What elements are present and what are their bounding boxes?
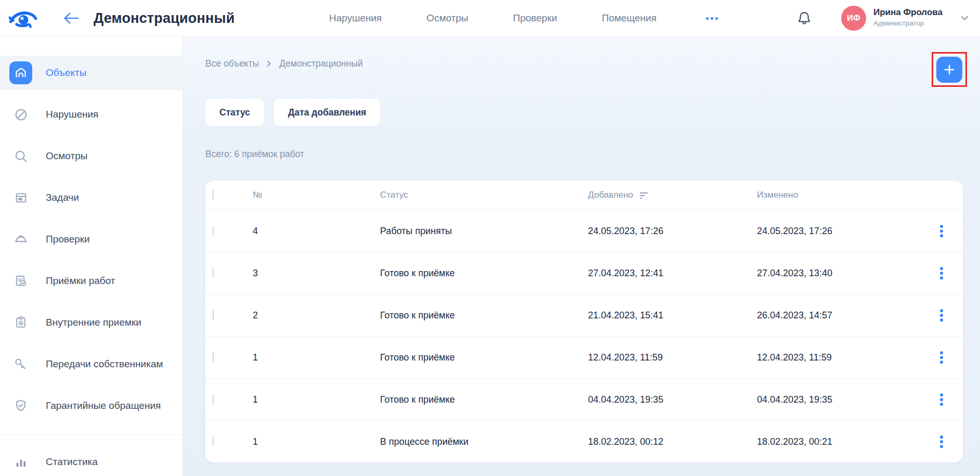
row-added: 12.04.2023, 11:59 [588, 352, 663, 363]
row-added: 04.04.2023, 19:35 [588, 394, 663, 405]
acceptances-table: № Статус Добавлено Изменено 4 Работы при… [205, 181, 963, 462]
kebab-menu-icon[interactable] [938, 433, 945, 450]
row-checkbox[interactable] [213, 226, 214, 236]
user-avatar[interactable]: ИФ [841, 6, 866, 31]
sidebar-item-warranty-claims[interactable]: Гарантийные обращения [0, 389, 183, 423]
row-checkbox[interactable] [213, 310, 214, 320]
key-icon [9, 353, 32, 376]
sort-descending-icon[interactable] [640, 191, 648, 199]
row-status: Готово к приёмке [380, 352, 455, 363]
shield-check-icon [9, 394, 32, 417]
sidebar-item-label: Осмотры [46, 150, 87, 162]
filter-status-button[interactable]: Статус [205, 99, 264, 126]
sidebar-item-label: Нарушения [46, 109, 98, 120]
page-title: Демонстрационный [94, 0, 235, 36]
column-header-added: Добавлено [588, 190, 633, 200]
magnifier-icon [9, 145, 32, 168]
nav-item-violations[interactable]: Нарушения [329, 12, 382, 24]
back-arrow-icon[interactable] [62, 11, 80, 25]
row-added: 21.04.2023, 15:41 [588, 310, 663, 321]
sidebar: Объекты Нарушения Осмотры Задачи П [0, 36, 183, 476]
breadcrumb: Все объекты Демонстрационный [205, 58, 363, 69]
row-checkbox[interactable] [213, 394, 214, 404]
kebab-menu-icon[interactable] [938, 307, 945, 324]
prohibition-icon [9, 103, 32, 126]
total-count-label: Всего: 6 приёмок работ [205, 149, 304, 160]
sidebar-item-objects[interactable]: Объекты [0, 56, 183, 90]
home-icon [9, 61, 32, 84]
breadcrumb-current: Демонстрационный [279, 58, 362, 69]
top-nav: Нарушения Осмотры Проверки Помещения [329, 0, 657, 36]
row-number: 4 [253, 226, 258, 237]
clipboard-check-icon [9, 269, 32, 292]
main-content: Все объекты Демонстрационный Статус Дата… [183, 36, 980, 476]
row-added: 27.04.2023, 12:41 [588, 268, 663, 279]
row-changed: 24.05.2023, 17:26 [757, 226, 832, 237]
row-changed: 18.02.2023, 00:21 [757, 436, 832, 447]
sidebar-item-label: Внутренние приемки [46, 317, 141, 328]
table-body: 4 Работы приняты 24.05.2023, 17:26 24.05… [205, 210, 963, 462]
table-row[interactable]: 1 Готово к приёмке 04.04.2023, 19:35 04.… [205, 378, 963, 420]
row-status: Готово к приёмке [380, 268, 455, 279]
row-changed: 26.04.2023, 14:57 [757, 310, 832, 321]
sidebar-item-statistics[interactable]: Статистика [0, 445, 183, 476]
eye-logo-icon[interactable] [8, 9, 37, 29]
bar-chart-icon [9, 451, 32, 473]
more-menu-icon[interactable] [706, 17, 718, 20]
nav-item-premises[interactable]: Помещения [602, 12, 657, 24]
row-changed: 27.04.2023, 13:40 [757, 268, 832, 279]
table-row[interactable]: 4 Работы приняты 24.05.2023, 17:26 24.05… [205, 210, 963, 252]
row-status: Готово к приёмке [380, 394, 455, 405]
nav-item-checks[interactable]: Проверки [513, 12, 557, 24]
nav-item-inspections[interactable]: Осмотры [426, 12, 468, 24]
select-all-checkbox[interactable] [213, 190, 214, 200]
clipboard-list-icon [9, 311, 32, 334]
row-status: Работы приняты [380, 226, 452, 237]
task-card-icon [9, 186, 32, 209]
row-number: 1 [253, 436, 258, 447]
column-header-number: № [253, 190, 262, 200]
kebab-menu-icon[interactable] [938, 391, 945, 408]
table-header-row: № Статус Добавлено Изменено [205, 181, 963, 210]
row-checkbox[interactable] [213, 352, 214, 362]
row-added: 24.05.2023, 17:26 [588, 226, 663, 237]
table-row[interactable]: 2 Готово к приёмке 21.04.2023, 15:41 26.… [205, 294, 963, 336]
kebab-menu-icon[interactable] [938, 223, 945, 239]
row-changed: 04.04.2023, 19:35 [757, 394, 832, 405]
row-number: 2 [253, 310, 258, 321]
plus-icon [943, 63, 956, 76]
column-header-status: Статус [380, 190, 408, 200]
sidebar-item-inspections[interactable]: Осмотры [0, 139, 183, 173]
row-number: 1 [253, 352, 258, 363]
bell-icon[interactable] [796, 10, 812, 26]
sidebar-item-checks[interactable]: Проверки [0, 222, 183, 256]
sidebar-item-internal-acceptances[interactable]: Внутренние приемки [0, 305, 183, 340]
sidebar-item-violations[interactable]: Нарушения [0, 97, 183, 132]
user-menu[interactable]: Ирина Фролова Администратор [873, 7, 943, 27]
sidebar-item-label: Приёмки работ [46, 275, 115, 287]
table-row[interactable]: 1 В процессе приёмки 18.02.2023, 00:12 1… [205, 420, 963, 462]
chevron-down-icon[interactable] [961, 16, 969, 21]
row-checkbox[interactable] [213, 436, 214, 446]
annotation-highlight [932, 52, 967, 87]
row-number: 1 [253, 394, 258, 405]
kebab-menu-icon[interactable] [938, 349, 945, 366]
kebab-menu-icon[interactable] [938, 265, 945, 281]
user-role: Администратор [873, 19, 943, 27]
column-header-changed: Изменено [757, 190, 798, 200]
row-checkbox[interactable] [213, 268, 214, 278]
table-row[interactable]: 3 Готово к приёмке 27.04.2023, 12:41 27.… [205, 252, 963, 294]
filter-date-added-button[interactable]: Дата добавления [274, 99, 380, 126]
row-number: 3 [253, 268, 258, 279]
breadcrumb-all-objects[interactable]: Все объекты [205, 58, 259, 69]
sidebar-item-work-acceptances[interactable]: Приёмки работ [0, 264, 183, 298]
row-status: Готово к приёмке [380, 310, 455, 321]
hard-hat-icon [9, 228, 32, 251]
table-row[interactable]: 1 Готово к приёмке 12.04.2023, 11:59 12.… [205, 336, 963, 378]
sidebar-item-label: Проверки [46, 234, 90, 245]
add-button[interactable] [936, 57, 962, 83]
sidebar-item-tasks[interactable]: Задачи [0, 181, 183, 215]
sidebar-item-owner-transfers[interactable]: Передачи собственникам [0, 347, 183, 381]
sidebar-item-label: Передачи собственникам [46, 358, 163, 370]
row-added: 18.02.2023, 00:12 [588, 436, 663, 447]
